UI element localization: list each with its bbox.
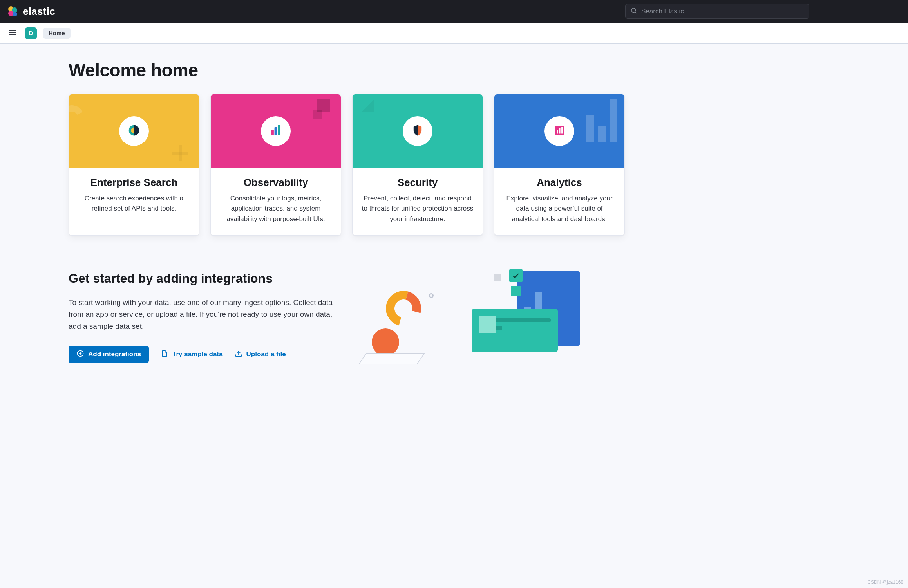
card-desc: Prevent, collect, detect, and respond to… <box>361 193 474 224</box>
card-title: Security <box>361 177 474 189</box>
watermark-text: CSDN @jza1168 <box>867 579 903 585</box>
svg-rect-13 <box>278 125 280 135</box>
svg-point-3 <box>13 12 17 16</box>
elastic-logo-icon <box>6 5 19 18</box>
card-title: Analytics <box>503 177 616 189</box>
breadcrumb-home[interactable]: Home <box>43 28 71 39</box>
hamburger-icon <box>8 28 17 38</box>
app-sub-header: D Home <box>0 23 908 44</box>
home-page: Welcome home Enterprise Sea <box>0 44 580 386</box>
add-integrations-button[interactable]: Add integrations <box>69 346 149 363</box>
get-started-desc: To start working with your data, use one… <box>69 297 335 332</box>
svg-point-4 <box>631 8 636 13</box>
card-title: Observability <box>219 177 332 189</box>
global-search[interactable] <box>625 4 809 19</box>
svg-rect-11 <box>271 130 274 135</box>
upload-icon <box>235 350 242 359</box>
security-icon <box>411 124 424 139</box>
space-selector[interactable]: D <box>25 27 37 39</box>
enterprise-search-icon <box>127 123 141 139</box>
card-hero <box>69 94 199 168</box>
svg-line-5 <box>635 12 636 13</box>
card-hero <box>494 94 624 168</box>
card-hero <box>211 94 341 168</box>
get-started-section: Get started by adding integrations To st… <box>69 271 580 363</box>
get-started-illustration <box>374 271 580 357</box>
card-hero <box>353 94 483 168</box>
solution-card-observability[interactable]: Observability Consolidate your logs, met… <box>210 94 341 236</box>
solution-card-analytics[interactable]: Analytics Explore, visualize, and analyz… <box>494 94 625 236</box>
observability-icon <box>269 124 282 139</box>
global-search-input[interactable] <box>641 7 804 15</box>
svg-rect-15 <box>557 130 558 134</box>
try-sample-data-label: Try sample data <box>172 350 223 358</box>
plus-circle-icon <box>76 350 84 359</box>
elastic-wordmark: elastic <box>23 5 55 18</box>
svg-rect-12 <box>275 127 277 135</box>
card-title: Enterprise Search <box>78 177 190 189</box>
page-title: Welcome home <box>69 60 580 81</box>
search-icon <box>630 7 637 16</box>
nav-toggle-button[interactable] <box>6 27 19 40</box>
upload-file-label: Upload a file <box>246 350 286 358</box>
global-header: elastic <box>0 0 908 23</box>
solution-card-enterprise-search[interactable]: Enterprise Search Create search experien… <box>69 94 199 236</box>
card-desc: Create search experiences with a refined… <box>78 193 190 214</box>
svg-rect-16 <box>559 128 560 134</box>
add-integrations-label: Add integrations <box>88 350 141 358</box>
document-icon <box>161 350 168 359</box>
solution-card-row: Enterprise Search Create search experien… <box>69 94 625 249</box>
card-desc: Consolidate your logs, metrics, applicat… <box>219 193 332 224</box>
upload-file-link[interactable]: Upload a file <box>235 350 286 359</box>
analytics-icon <box>553 124 566 139</box>
elastic-logo-link[interactable]: elastic <box>6 5 55 18</box>
card-desc: Explore, visualize, and analyze your dat… <box>503 193 616 224</box>
get-started-heading: Get started by adding integrations <box>69 271 343 286</box>
try-sample-data-link[interactable]: Try sample data <box>161 350 223 359</box>
solution-card-security[interactable]: Security Prevent, collect, detect, and r… <box>352 94 483 236</box>
svg-rect-17 <box>561 127 563 134</box>
